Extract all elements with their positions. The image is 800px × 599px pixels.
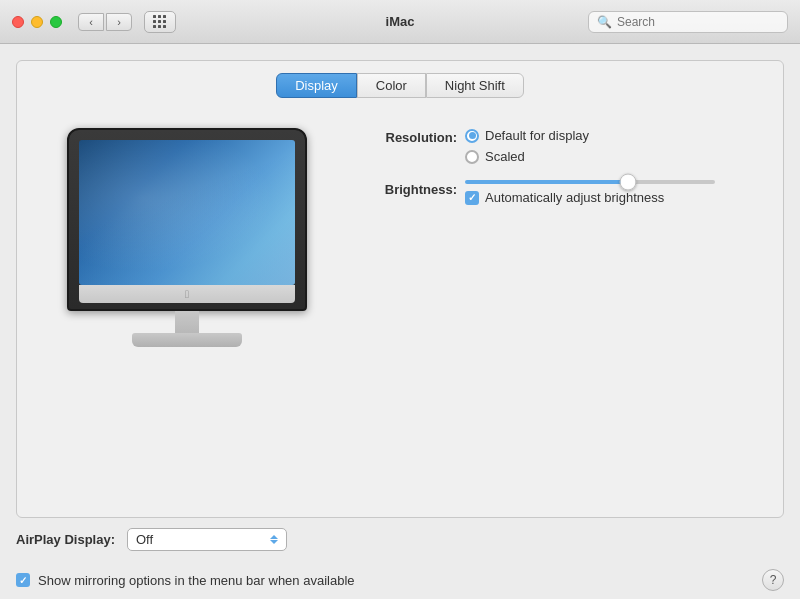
monitor-stand-neck <box>175 311 199 333</box>
resolution-label: Resolution: <box>367 128 457 145</box>
brightness-slider-row <box>465 180 715 184</box>
settings-panel: Display Color Night Shift  <box>16 60 784 518</box>
traffic-lights <box>12 16 62 28</box>
radio-default: Default for display <box>465 128 589 143</box>
tab-night-shift[interactable]: Night Shift <box>426 73 524 98</box>
tab-color[interactable]: Color <box>357 73 426 98</box>
back-button[interactable]: ‹ <box>78 13 104 31</box>
panel-body:  Resolution: Default for display <box>17 98 783 517</box>
brightness-row: Brightness: ✓ Automatically adjust brigh… <box>367 180 753 205</box>
monitor-image:  <box>47 118 327 347</box>
resolution-row: Resolution: Default for display Scaled <box>367 128 753 164</box>
apple-logo-icon:  <box>185 288 189 300</box>
airplay-select[interactable]: Off <box>127 528 287 551</box>
window-title: iMac <box>386 14 415 29</box>
auto-brightness-row: ✓ Automatically adjust brightness <box>465 190 715 205</box>
settings-area: Resolution: Default for display Scaled <box>367 118 753 221</box>
main-content: Display Color Night Shift  <box>0 44 800 599</box>
search-input[interactable] <box>617 15 779 29</box>
brightness-slider-thumb[interactable] <box>619 174 636 191</box>
brightness-slider-track[interactable] <box>465 180 715 184</box>
fullscreen-button[interactable] <box>50 16 62 28</box>
radio-default-input[interactable] <box>465 129 479 143</box>
forward-button[interactable]: › <box>106 13 132 31</box>
monitor-stand-base <box>132 333 242 347</box>
auto-brightness-checkbox[interactable]: ✓ <box>465 191 479 205</box>
nav-buttons: ‹ › <box>78 13 132 31</box>
search-icon: 🔍 <box>597 15 612 29</box>
brightness-label: Brightness: <box>367 180 457 197</box>
airplay-value: Off <box>136 532 153 547</box>
select-arrows-icon <box>270 535 278 544</box>
check-icon: ✓ <box>468 192 476 203</box>
radio-scaled-label: Scaled <box>485 149 525 164</box>
help-button[interactable]: ? <box>762 569 784 591</box>
radio-default-label: Default for display <box>485 128 589 143</box>
imac-illustration:  <box>67 128 307 347</box>
monitor-screen <box>79 140 295 285</box>
mirroring-checkbox[interactable]: ✓ <box>16 573 30 587</box>
chevron-down-icon <box>270 540 278 544</box>
mirroring-check-icon: ✓ <box>19 575 27 586</box>
minimize-button[interactable] <box>31 16 43 28</box>
resolution-controls: Default for display Scaled <box>465 128 589 164</box>
grid-icon <box>153 15 167 29</box>
radio-scaled-input[interactable] <box>465 150 479 164</box>
tab-display[interactable]: Display <box>276 73 357 98</box>
brightness-controls: ✓ Automatically adjust brightness <box>465 180 715 205</box>
auto-brightness-label: Automatically adjust brightness <box>485 190 664 205</box>
search-bar[interactable]: 🔍 <box>588 11 788 33</box>
airplay-display-label: AirPlay Display: <box>16 532 115 547</box>
grid-button[interactable] <box>144 11 176 33</box>
monitor-chin:  <box>79 285 295 303</box>
monitor-screen-outer:  <box>67 128 307 311</box>
tab-bar: Display Color Night Shift <box>17 61 783 98</box>
chevron-up-icon <box>270 535 278 539</box>
mirroring-label: Show mirroring options in the menu bar w… <box>38 573 355 588</box>
close-button[interactable] <box>12 16 24 28</box>
airplay-bar: AirPlay Display: Off <box>0 518 800 561</box>
titlebar: ‹ › iMac 🔍 <box>0 0 800 44</box>
mirroring-row: ✓ Show mirroring options in the menu bar… <box>0 561 800 599</box>
radio-scaled: Scaled <box>465 149 589 164</box>
